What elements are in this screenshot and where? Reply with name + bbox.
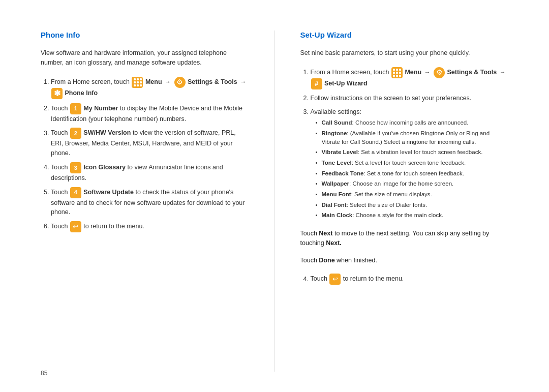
num3-icon: 3 — [70, 162, 81, 173]
settings-icon-right: ⚙ — [434, 67, 445, 78]
num1-icon: 1 — [70, 103, 81, 114]
bullet-main-clock: Main Clock: Choose a style for the main … — [316, 211, 509, 220]
column-divider — [274, 31, 275, 372]
step-6: Touch ↩ to return to the menu. — [51, 221, 249, 232]
right-step-4: Touch ↩ to return to the menu. — [311, 274, 509, 285]
bullet-vibrate-level: Vibrate Level: Set a vibration level for… — [316, 148, 509, 157]
right-step-3: Available settings: Call Sound: Choose h… — [311, 107, 509, 220]
star-icon: ✱ — [51, 88, 63, 99]
bullet-tone-level: Tone Level: Set a level for touch screen… — [316, 159, 509, 167]
setup-wizard-intro: Set nine basic parameters, to start usin… — [300, 48, 509, 58]
num2-icon: 2 — [70, 128, 81, 139]
menu-icon — [132, 77, 143, 88]
page-container: Phone Info View software and hardware in… — [0, 0, 549, 392]
setup-wizard-steps: From a Home screen, touch Menu → ⚙ Setti… — [300, 67, 509, 220]
settings-list: Call Sound: Choose how incoming calls ar… — [311, 118, 509, 220]
last-step-list: Touch ↩ to return to the menu. — [300, 274, 509, 285]
step-3: Touch 2 SW/HW Version to view the versio… — [51, 128, 249, 158]
left-column: Phone Info View software and hardware in… — [41, 31, 249, 372]
next-text: Touch Next to move to the next setting. … — [300, 229, 509, 248]
page-number: 85 — [41, 370, 47, 377]
phone-info-title: Phone Info — [41, 31, 249, 39]
menu-icon-right — [391, 67, 403, 78]
step-1: From a Home screen, touch Menu → ⚙ Setti… — [51, 77, 249, 99]
step-5: Touch 4 Software Update to check the sta… — [51, 187, 249, 218]
bullet-dial-font: Dial Font: Select the size of Dialer fon… — [316, 201, 509, 209]
bullet-wallpaper: Wallpaper: Choose an image for the home … — [316, 179, 509, 188]
bullet-call-sound: Call Sound: Choose how incoming calls ar… — [316, 118, 509, 127]
setup-wizard-title: Set-Up Wizard — [300, 31, 509, 39]
hash-icon: # — [311, 78, 322, 89]
back-icon-right: ↩ — [329, 274, 341, 285]
done-text: Touch Done when finished. — [300, 256, 509, 265]
bullet-ringtone: Ringtone: (Available if you've chosen Ri… — [316, 129, 509, 146]
back-icon-left: ↩ — [70, 221, 81, 232]
step-4: Touch 3 Icon Glossary to view Annunciato… — [51, 162, 249, 183]
right-step-2: Follow instructions on the screen to set… — [311, 94, 509, 103]
phone-info-steps: From a Home screen, touch Menu → ⚙ Setti… — [41, 77, 249, 233]
right-step-1: From a Home screen, touch Menu → ⚙ Setti… — [311, 67, 509, 89]
bullet-feedback-tone: Feedback Tone: Set a tone for touch scre… — [316, 169, 509, 178]
num4-icon: 4 — [70, 187, 81, 198]
phone-info-intro: View software and hardware information, … — [41, 48, 249, 68]
settings-icon: ⚙ — [174, 77, 186, 88]
right-column: Set-Up Wizard Set nine basic parameters,… — [300, 31, 509, 372]
bullet-menu-font: Menu Font: Set the size of menu displays… — [316, 190, 509, 199]
step-2: Touch 1 My Number to display the Mobile … — [51, 103, 249, 124]
